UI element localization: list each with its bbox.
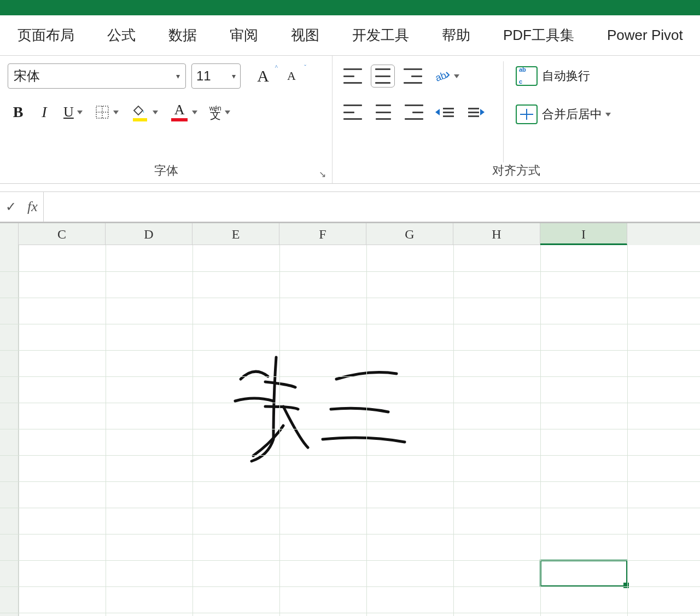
font-name-select[interactable]: 宋体 ▾ [8,63,186,89]
align-bottom-icon [404,68,422,84]
menu-tab-bar: 页面布局 公式 数据 审阅 视图 开发工具 帮助 PDF工具集 Power Pi… [0,15,700,56]
align-left-button[interactable] [340,101,365,124]
tab-help[interactable]: 帮助 [425,26,487,45]
merge-center-button[interactable]: 合并后居中 [516,100,611,129]
merge-center-icon [516,104,538,124]
align-middle-button[interactable] [371,65,395,88]
orientation-icon: ab [434,69,451,83]
svg-rect-0 [96,106,108,118]
merge-center-label: 合并后居中 [542,106,602,123]
tab-pdf-tools[interactable]: PDF工具集 [487,26,591,45]
spreadsheet-grid[interactable]: C D E F G H I [0,222,700,616]
align-center-button[interactable] [371,101,396,124]
svg-text:ab: ab [434,69,448,83]
increase-indent-button[interactable] [463,101,488,124]
column-header-G[interactable]: G [366,223,453,245]
ribbon: 宋体 ▾ 11 ▾ A^ Aˇ B I U [0,56,700,184]
selected-cell[interactable] [540,560,628,587]
align-top-icon [343,68,362,84]
column-header-F[interactable]: F [279,223,366,245]
wrap-text-button[interactable]: 自动换行 [516,61,611,91]
chevron-down-icon: ▾ [232,72,236,80]
tab-formulas[interactable]: 公式 [91,26,152,45]
group-label-alignment: 对齐方式 [492,164,540,177]
italic-button[interactable]: I [34,101,55,124]
column-header-E[interactable]: E [192,223,279,245]
signature-image [213,349,416,469]
paint-bucket-icon [131,103,149,121]
formula-accept-button[interactable]: ✓ [0,199,22,214]
tab-power-pivot[interactable]: Power Pivot [591,27,699,44]
align-right-icon [405,104,423,120]
align-center-icon [374,104,393,120]
font-size-value: 11 [196,68,211,84]
column-header-C[interactable]: C [19,223,106,245]
tab-view[interactable]: 视图 [275,26,336,45]
border-button[interactable] [91,101,122,124]
decrease-indent-button[interactable] [432,101,457,124]
fill-color-button[interactable] [127,101,161,124]
column-header-H[interactable]: H [453,223,540,245]
underline-button[interactable]: U [60,101,86,124]
tab-developer[interactable]: 开发工具 [336,26,425,45]
border-icon [95,104,110,120]
ribbon-group-font: 宋体 ▾ 11 ▾ A^ Aˇ B I U [0,56,332,183]
phonetic-guide-button[interactable]: wén文 [206,101,234,124]
fx-icon[interactable]: fx [22,199,43,215]
chevron-down-icon: ▾ [176,72,180,80]
column-header-I[interactable]: I [540,223,627,245]
group-label-font: 字体 [154,164,178,177]
column-header-D[interactable]: D [106,223,192,245]
font-color-button[interactable]: A [167,101,201,124]
formula-input[interactable] [43,192,700,222]
decrease-font-size-button[interactable]: Aˇ [281,65,302,88]
bold-button[interactable]: B [8,101,28,124]
phonetic-icon: wén文 [209,105,221,120]
font-name-value: 宋体 [14,67,40,85]
select-all-corner[interactable] [0,223,19,245]
tab-review[interactable]: 审阅 [213,26,275,45]
title-bar [0,0,700,15]
grid-cells[interactable] [0,245,700,616]
wrap-text-label: 自动换行 [542,68,590,84]
column-headers: C D E F G H I [0,223,700,245]
wrap-text-icon [516,66,538,86]
align-bottom-button[interactable] [400,65,425,88]
ribbon-group-alignment: ab 自动换行 合并后居中 [332,56,700,183]
tab-page-layout[interactable]: 页面布局 [1,26,91,45]
font-dialog-launcher[interactable]: ↘ [317,169,328,180]
font-color-icon: A [170,103,189,121]
increase-font-size-button[interactable]: A^ [253,65,273,88]
align-right-button[interactable] [401,101,427,124]
increase-indent-icon [466,104,485,120]
tab-data[interactable]: 数据 [152,26,213,45]
formula-bar: ✓ fx [0,191,700,222]
orientation-button[interactable]: ab [431,65,463,88]
align-middle-icon [374,68,392,84]
decrease-indent-icon [435,104,454,120]
align-left-icon [343,104,362,120]
align-top-button[interactable] [340,65,365,88]
font-size-select[interactable]: 11 ▾ [191,63,241,89]
